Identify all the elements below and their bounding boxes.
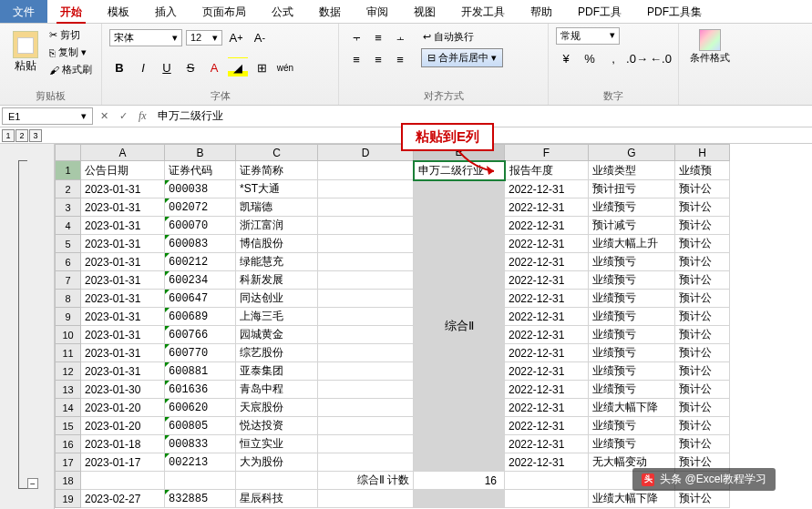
collapse-group-button[interactable]: − — [27, 478, 38, 489]
align-left-button[interactable]: ≡ — [346, 49, 366, 69]
data-row[interactable]: 14 2023-01-20 600620 天宸股份 2022-12-31 业绩大… — [56, 399, 730, 417]
col-header-B[interactable]: B — [165, 145, 236, 161]
menu-tab-home[interactable]: 开始 — [47, 0, 95, 23]
menu-file[interactable]: 文件 — [0, 0, 47, 23]
font-size-select[interactable]: 12▾ — [186, 30, 222, 46]
data-row[interactable]: 19 2023-02-27 832885 星辰科技 业绩大幅下降 预计公 — [56, 490, 730, 508]
formula-input[interactable] — [152, 108, 812, 125]
align-group-label: 对齐方式 — [346, 87, 540, 103]
phonetic-button[interactable]: wén — [275, 57, 295, 77]
number-format-select[interactable]: 常规▾ — [556, 27, 620, 45]
format-painter-button[interactable]: 🖌格式刷 — [47, 62, 94, 77]
merged-cell-E[interactable]: 综合Ⅱ — [414, 180, 505, 472]
menu-tab-layout[interactable]: 页面布局 — [190, 0, 259, 23]
chevron-down-icon: ▾ — [610, 29, 615, 43]
decrease-font-button[interactable]: A- — [250, 27, 270, 47]
menu-tab-view[interactable]: 视图 — [401, 0, 448, 23]
col-header-H[interactable]: H — [675, 145, 730, 161]
comma-button[interactable]: , — [603, 48, 623, 68]
data-row[interactable]: 4 2023-01-31 600070 浙江富润 2022-12-31 预计减亏… — [56, 217, 730, 235]
data-row[interactable]: 9 2023-01-31 600689 上海三毛 2022-12-31 业绩预亏… — [56, 308, 730, 326]
ribbon-font: 宋体▾ 12▾ A+ A- B I U S A ◢ ⊞ wén 字体 — [102, 24, 339, 105]
menu-tab-dev[interactable]: 开发工具 — [448, 0, 518, 23]
col-header-A[interactable]: A — [81, 145, 165, 161]
ribbon-number: 常规▾ ¥ % , .0→ ←.0 数字 — [549, 24, 679, 105]
cut-button[interactable]: ✂剪切 — [47, 27, 94, 43]
align-top-button[interactable]: ⫟ — [346, 27, 366, 47]
watermark-icon: 头 — [642, 473, 654, 486]
chevron-down-icon: ▾ — [212, 32, 218, 44]
col-header-F[interactable]: F — [505, 145, 589, 161]
align-bot-button[interactable]: ⫠ — [390, 27, 410, 47]
confirm-formula-button[interactable]: ✓ — [114, 108, 133, 124]
wrap-text-button[interactable]: ↩自动换行 — [421, 29, 503, 45]
ribbon-cond: 条件格式 — [679, 24, 741, 105]
strike-button[interactable]: S — [180, 57, 200, 77]
bold-button[interactable]: B — [109, 57, 129, 77]
italic-button[interactable]: I — [133, 57, 153, 77]
chevron-down-icon: ▾ — [81, 110, 87, 122]
header-row[interactable]: 1 公告日期 证券代码 证券简称 申万二级行业 报告年度 业绩类型 业绩预 — [56, 161, 730, 180]
select-all-corner[interactable] — [56, 145, 81, 161]
data-row[interactable]: 2 2023-01-31 000038 *ST大通 综合Ⅱ 2022-12-31… — [56, 180, 730, 199]
menu-tab-review[interactable]: 审阅 — [354, 0, 401, 23]
data-row[interactable]: 6 2023-01-31 600212 绿能慧充 2022-12-31 业绩预亏… — [56, 253, 730, 271]
data-row[interactable]: 5 2023-01-31 600083 博信股份 2022-12-31 业绩大幅… — [56, 235, 730, 253]
outline-level-2[interactable]: 2 — [15, 129, 28, 142]
menu-tab-insert[interactable]: 插入 — [142, 0, 190, 23]
data-row[interactable]: 10 2023-01-31 600766 园城黄金 2022-12-31 业绩预… — [56, 326, 730, 344]
subtotal-row[interactable]: 18 综合Ⅱ 计数 16 — [56, 472, 730, 490]
font-color-button[interactable]: A — [204, 57, 224, 77]
paste-button[interactable]: 粘贴 — [7, 29, 44, 76]
chevron-down-icon: ▾ — [491, 52, 497, 64]
menu-bar: 文件 开始 模板 插入 页面布局 公式 数据 审阅 视图 开发工具 帮助 PDF… — [0, 0, 812, 24]
menu-tab-formula[interactable]: 公式 — [259, 0, 306, 23]
copy-button[interactable]: ⎘复制▾ — [47, 45, 94, 60]
menu-tab-help[interactable]: 帮助 — [518, 0, 565, 23]
currency-button[interactable]: ¥ — [556, 48, 576, 68]
data-row[interactable]: 15 2023-01-20 600805 悦达投资 2022-12-31 业绩预… — [56, 417, 730, 435]
data-row[interactable]: 12 2023-01-31 600881 亚泰集团 2022-12-31 业绩预… — [56, 362, 730, 381]
percent-button[interactable]: % — [580, 48, 600, 68]
ribbon-clipboard: 粘贴 ✂剪切 ⎘复制▾ 🖌格式刷 剪贴板 — [0, 24, 102, 105]
fx-icon[interactable]: fx — [133, 109, 152, 123]
col-header-D[interactable]: D — [318, 145, 414, 161]
spreadsheet-grid[interactable]: A B C D E F G H 1 公告日期 证券代码 证券简称 申万二级行业 … — [55, 144, 812, 509]
merge-icon: ⊟ — [427, 52, 436, 64]
menu-tab-data[interactable]: 数据 — [306, 0, 354, 23]
menu-tab-template[interactable]: 模板 — [95, 0, 142, 23]
data-row[interactable]: 13 2023-01-30 601636 青岛中程 2022-12-31 业绩预… — [56, 381, 730, 399]
underline-button[interactable]: U — [157, 57, 177, 77]
merge-center-button[interactable]: ⊟合并后居中▾ — [421, 48, 503, 67]
menu-tab-pdf1[interactable]: PDF工具 — [565, 0, 634, 23]
fill-color-button[interactable]: ◢ — [228, 57, 248, 77]
paste-label: 粘贴 — [15, 58, 36, 74]
border-button[interactable]: ⊞ — [252, 57, 272, 77]
data-row[interactable]: 7 2023-01-31 600234 科新发展 2022-12-31 业绩预亏… — [56, 271, 730, 290]
align-mid-button[interactable]: ≡ — [368, 27, 388, 47]
col-header-G[interactable]: G — [589, 145, 675, 161]
outline-level-1[interactable]: 1 — [2, 129, 15, 142]
name-box[interactable]: E1▾ — [2, 107, 93, 125]
align-center-button[interactable]: ≡ — [368, 49, 388, 69]
dec-decimal-button[interactable]: ←.0 — [651, 48, 671, 68]
inc-decimal-button[interactable]: .0→ — [627, 48, 647, 68]
cancel-formula-button[interactable]: ✕ — [95, 108, 114, 124]
paste-icon — [13, 31, 38, 58]
data-row[interactable]: 17 2023-01-17 002213 大为股份 2022-12-31 无大幅… — [56, 453, 730, 472]
data-row[interactable]: 8 2023-01-31 600647 同达创业 2022-12-31 业绩预亏… — [56, 290, 730, 308]
chevron-down-icon: ▾ — [172, 32, 178, 44]
font-name-select[interactable]: 宋体▾ — [109, 29, 182, 46]
cond-format-icon — [699, 29, 721, 51]
chevron-down-icon: ▾ — [81, 46, 87, 58]
col-header-C[interactable]: C — [236, 145, 318, 161]
scissors-icon: ✂ — [49, 29, 57, 41]
data-row[interactable]: 3 2023-01-31 002072 凯瑞德 2022-12-31 业绩预亏 … — [56, 199, 730, 217]
menu-tab-pdf2[interactable]: PDF工具集 — [634, 0, 714, 23]
data-row[interactable]: 16 2023-01-18 000833 恒立实业 2022-12-31 业绩预… — [56, 435, 730, 453]
data-row[interactable]: 11 2023-01-31 600770 综艺股份 2022-12-31 业绩预… — [56, 344, 730, 362]
conditional-format-button[interactable]: 条件格式 — [686, 27, 734, 66]
increase-font-button[interactable]: A+ — [226, 27, 246, 47]
outline-level-3[interactable]: 3 — [29, 129, 42, 142]
align-right-button[interactable]: ≡ — [390, 49, 410, 69]
